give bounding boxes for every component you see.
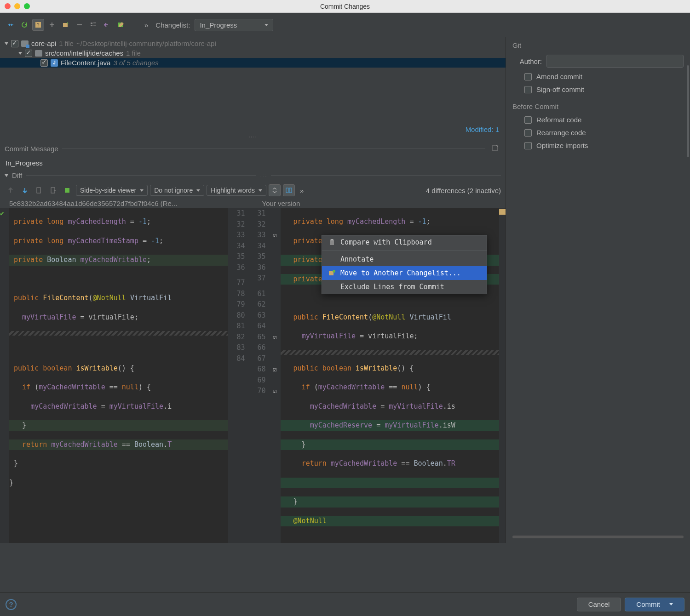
changes-tree: core-api 1 file ~/Desktop/intellij-commu… <box>0 37 506 68</box>
scrollbar[interactable] <box>687 65 689 157</box>
changelist-options-icon[interactable]: ? <box>32 19 44 31</box>
edit-source-icon[interactable] <box>62 184 74 196</box>
open-in-editor-icon[interactable] <box>33 184 45 196</box>
package-name: src/com/intellij/ide/caches <box>45 49 123 57</box>
chevron-down-icon <box>259 189 262 192</box>
ctx-exclude[interactable]: Exclude Lines from Commit <box>322 280 487 294</box>
add-icon[interactable] <box>46 19 58 31</box>
expand-icon[interactable] <box>18 52 22 55</box>
hamburger-icon[interactable]: » <box>297 187 306 194</box>
ctx-annotate-label: Annotate <box>340 255 374 263</box>
changelist-value: In_Progress <box>200 21 237 29</box>
reformat-label: Reformat code <box>536 116 581 124</box>
diff-summary: 4 differences (2 inactive) <box>426 187 501 194</box>
resize-grip[interactable]: :::: <box>0 135 506 140</box>
amend-checkbox[interactable] <box>524 73 532 80</box>
chevron-down-icon <box>196 189 200 192</box>
file-meta: 3 of 5 changes <box>113 59 158 67</box>
chevron-down-icon <box>264 24 268 26</box>
tree-module-row[interactable]: core-api 1 file ~/Desktop/intellij-commu… <box>0 39 506 48</box>
changelist-combo[interactable]: In_Progress <box>195 19 273 31</box>
line-checkbox-gutter[interactable]: ☑ ☑☑☑ <box>270 208 281 543</box>
remove-icon[interactable] <box>74 19 86 31</box>
h-scrollbar[interactable] <box>512 536 684 538</box>
left-gutter: 3132333435367778798081828384 <box>228 208 249 543</box>
main-toolbar: ? » Changelist: In_Progress <box>0 13 690 37</box>
svg-rect-13 <box>289 188 292 193</box>
signoff-label: Sign-off commit <box>536 86 584 93</box>
svg-rect-12 <box>286 188 288 193</box>
left-diff-pane[interactable]: private long myCachedLength = -1; privat… <box>9 208 228 543</box>
ctx-compare-label: Compare with Clipboard <box>340 238 432 246</box>
amend-label: Amend commit <box>536 73 582 80</box>
svg-rect-5 <box>93 23 96 23</box>
expand-icon[interactable] <box>5 174 8 177</box>
svg-rect-3 <box>91 23 92 24</box>
options-panel: Git Author: Amend commit Sign-off commit… <box>506 37 690 543</box>
author-label: Author: <box>512 57 542 65</box>
sync-scroll-icon[interactable] <box>283 184 295 196</box>
java-file-icon: J <box>51 59 58 67</box>
left-revision-label: 5e8332b2ad63484aa1d66de356572d7fbd7f04c6… <box>5 200 248 207</box>
highlight-mode-value: Highlight words <box>211 187 255 194</box>
highlight-mode-combo[interactable]: Highlight words <box>207 185 266 196</box>
svg-rect-8 <box>492 146 498 150</box>
reformat-checkbox[interactable] <box>524 116 532 124</box>
checkbox[interactable] <box>40 59 48 67</box>
refresh-icon[interactable] <box>18 19 30 31</box>
optimize-label: Optimize imports <box>536 142 588 149</box>
module-meta: 1 file <box>59 40 74 47</box>
diff-toolbar: Side-by-side viewer Do not ignore Highli… <box>0 182 506 199</box>
svg-point-17 <box>333 270 335 273</box>
ctx-compare-clipboard[interactable]: Compare with Clipboard <box>322 235 487 249</box>
signoff-checkbox[interactable] <box>524 86 532 93</box>
commit-message-input[interactable]: In_Progress <box>0 157 506 169</box>
checkbox[interactable] <box>25 50 32 57</box>
viewer-mode-combo[interactable]: Side-by-side viewer <box>76 185 148 196</box>
group-icon[interactable] <box>87 19 99 31</box>
author-input[interactable] <box>546 55 684 68</box>
clipboard-icon <box>328 239 336 246</box>
svg-rect-4 <box>91 25 92 26</box>
module-path: ~/Desktop/intellij-community/platform/co… <box>76 40 216 47</box>
svg-rect-10 <box>51 188 55 193</box>
changelist-label: Changelist: <box>153 21 193 29</box>
checkbox[interactable] <box>11 40 18 47</box>
tree-file-row[interactable]: J FileContent.java 3 of 5 changes <box>0 58 506 68</box>
diff-viewer[interactable]: ✔ private long myCachedLength = -1; priv… <box>0 208 506 543</box>
rearrange-checkbox[interactable] <box>524 129 532 137</box>
rearrange-label: Rearrange code <box>536 129 586 137</box>
optimize-checkbox[interactable] <box>524 142 532 149</box>
before-commit-label: Before Commit <box>512 103 684 110</box>
collapse-unchanged-icon[interactable] <box>269 184 281 196</box>
svg-text:?: ? <box>37 23 40 28</box>
changelist-icon <box>328 269 336 277</box>
module-icon <box>21 40 29 47</box>
right-gutter: 3132333435363761626364656667686970 <box>249 208 270 543</box>
history-icon[interactable] <box>489 143 501 154</box>
edit-source-icon[interactable] <box>115 19 127 31</box>
file-name: FileContent.java <box>61 59 110 67</box>
expand-icon[interactable] <box>5 42 8 45</box>
resize-grip[interactable]: :::: <box>259 173 267 177</box>
svg-rect-15 <box>331 239 333 240</box>
new-changelist-icon[interactable] <box>60 19 72 31</box>
prev-diff-icon[interactable] <box>5 184 17 196</box>
package-meta: 1 file <box>126 49 141 57</box>
export-icon[interactable] <box>47 184 59 196</box>
hamburger-icon[interactable]: » <box>142 21 151 29</box>
ctx-annotate[interactable]: Annotate <box>322 252 487 266</box>
right-revision-label: Your version <box>248 200 501 207</box>
folder-icon <box>35 50 42 57</box>
next-diff-icon[interactable] <box>19 184 31 196</box>
show-diff-icon[interactable] <box>5 19 17 31</box>
ctx-move-changelist[interactable]: Move to Another Changelist... <box>322 266 487 280</box>
ignore-mode-combo[interactable]: Do not ignore <box>150 185 204 196</box>
viewer-mode-value: Side-by-side viewer <box>80 187 136 194</box>
modified-count: Modified: 1 <box>0 124 506 135</box>
undo-icon[interactable] <box>101 19 113 31</box>
tree-package-row[interactable]: src/com/intellij/ide/caches 1 file <box>0 48 506 58</box>
context-menu: Compare with Clipboard Annotate Move to … <box>322 235 487 294</box>
diff-label: Diff <box>12 171 22 179</box>
title-bar: Commit Changes <box>0 0 690 13</box>
